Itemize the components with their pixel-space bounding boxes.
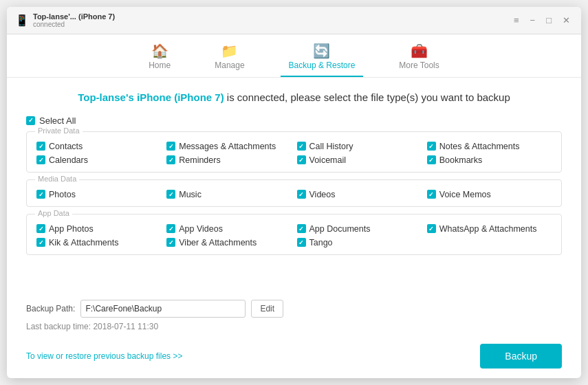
reminders-label: Reminders	[179, 155, 220, 165]
reminders-checkbox[interactable]	[166, 155, 175, 164]
nav-backup-label: Backup & Restore	[289, 60, 356, 70]
bookmarks-label: Bookmarks	[439, 155, 483, 165]
notes-label: Notes & Attachments	[439, 142, 520, 151]
calendars-checkbox[interactable]	[36, 155, 45, 164]
music-label: Music	[179, 190, 202, 199]
main-window: 📱 Top-lanse'... (iPhone 7) connected ≡ −…	[7, 7, 581, 378]
voice-memos-checkbox[interactable]	[427, 190, 436, 199]
tools-icon: 🧰	[411, 43, 428, 59]
app-videos-label: App Videos	[179, 224, 223, 234]
select-all-row: Select All	[26, 116, 562, 126]
viber-label: Viber & Attachments	[179, 238, 257, 248]
restore-link[interactable]: To view or restore previous backup files…	[26, 351, 182, 361]
backup-icon: 🔄	[313, 43, 330, 59]
list-item: Voicemail	[297, 155, 422, 165]
app-photos-label: App Photos	[49, 224, 94, 234]
list-item: Messages & Attachments	[166, 142, 291, 151]
call-history-label: Call History	[309, 142, 353, 151]
app-data-label: App Data	[35, 209, 72, 217]
nav-manage[interactable]: 📁 Manage	[206, 40, 252, 77]
app-photos-checkbox[interactable]	[36, 224, 45, 233]
window-controls: ≡ − □ ✕	[511, 14, 573, 27]
home-icon: 🏠	[151, 43, 168, 59]
call-history-checkbox[interactable]	[297, 142, 306, 151]
list-item: Call History	[297, 142, 422, 151]
list-item: Photos	[36, 190, 161, 199]
select-all-checkbox[interactable]	[26, 116, 35, 125]
list-item: Music	[166, 190, 291, 199]
voicemail-checkbox[interactable]	[297, 155, 306, 164]
nav-home-label: Home	[149, 60, 171, 70]
edit-button[interactable]: Edit	[251, 300, 283, 318]
app-data-grid: App Photos App Videos App Documents What…	[36, 224, 552, 248]
app-data-section: App Data App Photos App Videos App Docum…	[26, 214, 562, 255]
device-highlight: Top-lanse's iPhone (iPhone 7)	[78, 91, 224, 103]
contacts-checkbox[interactable]	[36, 142, 45, 151]
nav-tools-label: More Tools	[399, 60, 439, 70]
music-checkbox[interactable]	[166, 190, 175, 199]
navbar: 🏠 Home 📁 Manage 🔄 Backup & Restore 🧰 Mor…	[7, 34, 581, 78]
list-item: App Photos	[36, 224, 161, 234]
nav-tools[interactable]: 🧰 More Tools	[391, 40, 447, 77]
list-item: Videos	[297, 190, 422, 199]
list-item: WhatsApp & Attachments	[427, 224, 552, 234]
titlebar: 📱 Top-lanse'... (iPhone 7) connected ≡ −…	[7, 7, 581, 34]
bottom-row: To view or restore previous backup files…	[7, 344, 581, 378]
last-backup-text: Last backup time: 2018-07-11 11:30	[26, 322, 562, 331]
select-all-label: Select All	[39, 116, 76, 126]
private-data-section: Private Data Contacts Messages & Attachm…	[26, 131, 562, 173]
messages-checkbox[interactable]	[166, 142, 175, 151]
device-status: connected	[33, 21, 115, 28]
list-item: Contacts	[36, 142, 161, 151]
list-item: Reminders	[166, 155, 291, 165]
videos-checkbox[interactable]	[297, 190, 306, 199]
backup-path-label: Backup Path:	[26, 304, 75, 314]
whatsapp-label: WhatsApp & Attachments	[439, 224, 537, 234]
page-title: Top-lanse's iPhone (iPhone 7) is connect…	[26, 90, 562, 106]
backup-button[interactable]: Backup	[480, 344, 562, 368]
phone-icon: 📱	[15, 14, 29, 27]
whatsapp-checkbox[interactable]	[427, 224, 436, 233]
maximize-button[interactable]: □	[543, 14, 554, 27]
photos-checkbox[interactable]	[36, 190, 45, 199]
app-documents-label: App Documents	[309, 224, 371, 234]
kik-checkbox[interactable]	[36, 238, 45, 247]
list-item: Calendars	[36, 155, 161, 165]
footer-section: Backup Path: Edit Last backup time: 2018…	[7, 294, 581, 344]
notes-checkbox[interactable]	[427, 142, 436, 151]
list-item: Tango	[297, 238, 422, 248]
kik-label: Kik & Attachments	[49, 238, 118, 248]
list-item: Bookmarks	[427, 155, 552, 165]
device-info: 📱 Top-lanse'... (iPhone 7) connected	[15, 12, 115, 28]
messages-label: Messages & Attachments	[179, 142, 276, 151]
nav-home[interactable]: 🏠 Home	[140, 40, 179, 77]
close-button[interactable]: ✕	[560, 14, 573, 27]
tango-checkbox[interactable]	[297, 238, 306, 247]
voicemail-label: Voicemail	[309, 155, 347, 165]
bookmarks-checkbox[interactable]	[427, 155, 436, 164]
list-item: App Videos	[166, 224, 291, 234]
device-text: Top-lanse'... (iPhone 7) connected	[33, 12, 115, 28]
list-item: Notes & Attachments	[427, 142, 552, 151]
minimize-button[interactable]: −	[527, 14, 538, 27]
media-data-label: Media Data	[35, 175, 79, 183]
backup-path-input[interactable]	[80, 300, 246, 318]
list-item: Viber & Attachments	[166, 238, 291, 248]
list-item: Voice Memos	[427, 190, 552, 199]
calendars-label: Calendars	[49, 155, 88, 165]
menu-icon[interactable]: ≡	[511, 14, 522, 27]
private-data-label: Private Data	[35, 126, 83, 135]
viber-checkbox[interactable]	[166, 238, 175, 247]
nav-backup[interactable]: 🔄 Backup & Restore	[281, 40, 364, 77]
list-item: Kik & Attachments	[36, 238, 161, 248]
list-item: App Documents	[297, 224, 422, 234]
device-name: Top-lanse'... (iPhone 7)	[33, 12, 115, 21]
private-data-grid: Contacts Messages & Attachments Call His…	[36, 142, 552, 165]
app-documents-checkbox[interactable]	[297, 224, 306, 233]
nav-manage-label: Manage	[215, 60, 244, 70]
videos-label: Videos	[309, 190, 336, 199]
app-videos-checkbox[interactable]	[166, 224, 175, 233]
content-area: Top-lanse's iPhone (iPhone 7) is connect…	[7, 78, 581, 294]
contacts-label: Contacts	[49, 142, 83, 151]
manage-icon: 📁	[221, 43, 238, 59]
